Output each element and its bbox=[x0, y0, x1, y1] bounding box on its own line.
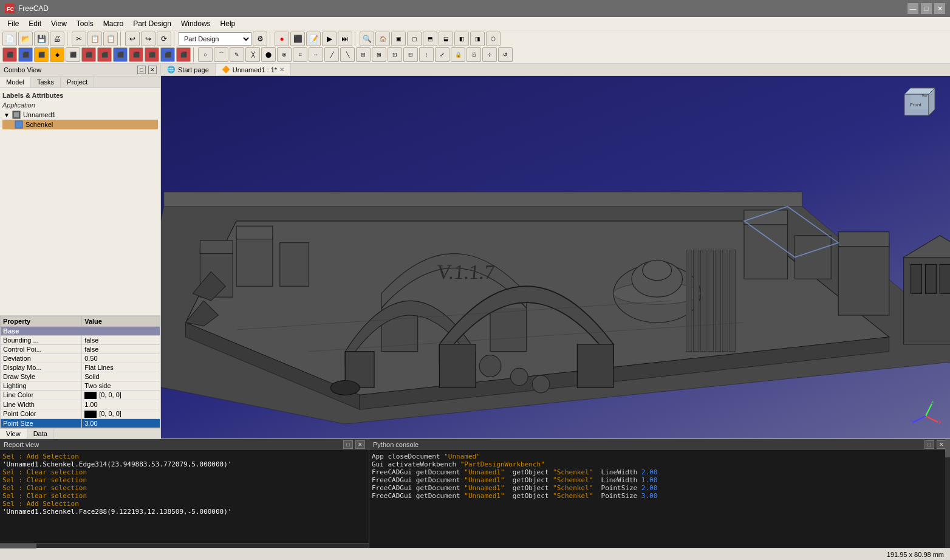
vd-tab-data[interactable]: Data bbox=[27, 429, 54, 439]
workbench-selector[interactable]: Part Design bbox=[179, 32, 251, 46]
tb-pd-9[interactable]: ⬛ bbox=[129, 47, 143, 62]
tb-sketch-2[interactable]: ⌒ bbox=[214, 47, 228, 62]
tb-sketch-15[interactable]: ↕ bbox=[419, 47, 434, 62]
prop-row-display-mode[interactable]: Display Mo... Flat Lines bbox=[1, 363, 160, 372]
vp-tab-unnamed1[interactable]: 🔶 Unnamed1 : 1* ✕ bbox=[216, 64, 291, 75]
combo-tab-model[interactable]: Model bbox=[0, 77, 31, 87]
tb-sketch-3[interactable]: ✎ bbox=[230, 47, 244, 62]
tb-sketch-1[interactable]: ○ bbox=[198, 47, 213, 62]
tb-pd-12[interactable]: ⬛ bbox=[176, 47, 191, 62]
menu-edit[interactable]: Edit bbox=[24, 18, 46, 29]
tb-zoom-fit[interactable]: 🔍 bbox=[360, 32, 374, 46]
combo-close-btn[interactable]: ✕ bbox=[148, 66, 157, 74]
tb-view-iso[interactable]: ⬡ bbox=[486, 32, 501, 46]
properties-scroll[interactable]: Property Value Base Bounding ... false bbox=[0, 316, 160, 428]
tb-view-bottom[interactable]: ⬓ bbox=[439, 32, 453, 46]
tb-stop-macro[interactable]: ⬛ bbox=[290, 32, 305, 46]
tb-pd-4[interactable]: ◆ bbox=[50, 47, 64, 62]
menu-part-design[interactable]: Part Design bbox=[128, 18, 176, 29]
tb-open[interactable]: 📂 bbox=[18, 32, 33, 46]
tree-item-schenkel[interactable]: Schenkel bbox=[2, 120, 158, 129]
tb-pd-10[interactable]: ⬛ bbox=[145, 47, 159, 62]
combo-detach-btn[interactable]: □ bbox=[137, 66, 146, 74]
menu-view[interactable]: View bbox=[46, 18, 72, 29]
tb-pd-11[interactable]: ⬛ bbox=[160, 47, 175, 62]
unnamed1-tab-close[interactable]: ✕ bbox=[279, 66, 284, 73]
vp-tab-start[interactable]: 🌐 Start page bbox=[161, 64, 216, 75]
tb-sketch-5[interactable]: ⬤ bbox=[261, 47, 276, 62]
prop-row-control-poi[interactable]: Control Poi... false bbox=[1, 344, 160, 353]
tb-workbench-btn[interactable]: ⚙ bbox=[253, 32, 267, 46]
tb-record-macro[interactable]: ● bbox=[275, 32, 289, 46]
prop-row-bounding[interactable]: Bounding ... false bbox=[1, 335, 160, 344]
tb-run-macro[interactable]: ▶ bbox=[322, 32, 337, 46]
vd-tab-view[interactable]: View bbox=[0, 429, 27, 439]
combo-tab-tasks[interactable]: Tasks bbox=[31, 77, 61, 87]
tb-sketch-13[interactable]: ⊡ bbox=[388, 47, 402, 62]
tb-sketch-10[interactable]: ╲ bbox=[340, 47, 355, 62]
report-content[interactable]: Sel : Add Selection 'Unnamed1.Schenkel.E… bbox=[0, 450, 369, 543]
python-content[interactable]: App closeDocument "Unnamed" Gui activate… bbox=[369, 450, 950, 548]
tb-new[interactable]: 📄 bbox=[2, 32, 17, 46]
tb-view-left[interactable]: ◧ bbox=[454, 32, 469, 46]
prop-row-draw-style[interactable]: Draw Style Solid bbox=[1, 372, 160, 381]
tb-pd-7[interactable]: ⬛ bbox=[97, 47, 112, 62]
tb-redo[interactable]: ↪ bbox=[141, 32, 155, 46]
tb-refresh[interactable]: ⟳ bbox=[157, 32, 171, 46]
tb-pd-5[interactable]: ⬛ bbox=[66, 47, 80, 62]
tb-print[interactable]: 🖨 bbox=[50, 32, 64, 46]
tree-item-unnamed1[interactable]: ▼ Unnamed1 bbox=[2, 110, 158, 120]
tb-sketch-4[interactable]: ╳ bbox=[245, 47, 260, 62]
minimize-button[interactable]: — bbox=[907, 3, 918, 14]
tb-sketch-18[interactable]: ⌼ bbox=[466, 47, 481, 62]
prop-row-line-color[interactable]: Line Color [0, 0, 0] bbox=[1, 390, 160, 400]
tb-pd-1[interactable]: ⬛ bbox=[2, 47, 17, 62]
tb-cut[interactable]: ✂ bbox=[72, 32, 86, 46]
tb-sketch-16[interactable]: ⤢ bbox=[435, 47, 449, 62]
tb-sketch-7[interactable]: ⌗ bbox=[293, 47, 307, 62]
tb-view-right[interactable]: ◨ bbox=[470, 32, 485, 46]
tb-sketch-8[interactable]: ↔ bbox=[309, 47, 323, 62]
tb-save[interactable]: 💾 bbox=[34, 32, 49, 46]
tb-undo[interactable]: ↩ bbox=[125, 32, 140, 46]
report-close-btn[interactable]: ✕ bbox=[355, 440, 365, 449]
python-scrollbar-thumb-v[interactable] bbox=[945, 439, 950, 457]
tb-sketch-12[interactable]: ⊠ bbox=[372, 47, 386, 62]
view-cube[interactable]: Front Top bbox=[895, 82, 944, 132]
tb-paste[interactable]: 📋 bbox=[103, 32, 118, 46]
tb-sketch-17[interactable]: 🔒 bbox=[451, 47, 465, 62]
tb-view-top[interactable]: ⬒ bbox=[423, 32, 437, 46]
python-scrollbar-v[interactable] bbox=[945, 439, 950, 548]
menu-help[interactable]: Help bbox=[216, 18, 241, 29]
tb-pd-2[interactable]: ⬛ bbox=[18, 47, 33, 62]
tb-sketch-11[interactable]: ⊞ bbox=[356, 47, 371, 62]
tb-step-macro[interactable]: ⏭ bbox=[338, 32, 352, 46]
tb-pd-3[interactable]: ⬛ bbox=[34, 47, 49, 62]
tb-sketch-14[interactable]: ⊟ bbox=[403, 47, 418, 62]
menu-macro[interactable]: Macro bbox=[98, 18, 128, 29]
maximize-button[interactable]: □ bbox=[921, 3, 932, 14]
tb-view-home[interactable]: 🏠 bbox=[375, 32, 390, 46]
3d-viewport[interactable]: V.1.1.7 bbox=[161, 76, 950, 439]
report-scrollbar-h[interactable] bbox=[0, 543, 369, 548]
tb-pd-8[interactable]: ⬛ bbox=[113, 47, 128, 62]
tb-pd-6[interactable]: ⬛ bbox=[81, 47, 96, 62]
tb-macro-editor[interactable]: 📝 bbox=[306, 32, 321, 46]
tb-view-back[interactable]: ▢ bbox=[407, 32, 422, 46]
menu-file[interactable]: File bbox=[2, 18, 24, 29]
combo-tab-project[interactable]: Project bbox=[61, 77, 94, 87]
report-scrollbar-thumb-h[interactable] bbox=[0, 544, 36, 548]
prop-row-deviation[interactable]: Deviation 0.50 bbox=[1, 353, 160, 363]
menu-tools[interactable]: Tools bbox=[72, 18, 98, 29]
menu-windows[interactable]: Windows bbox=[176, 18, 216, 29]
report-detach-btn[interactable]: □ bbox=[343, 440, 353, 449]
tb-sketch-6[interactable]: ⊗ bbox=[277, 47, 292, 62]
prop-row-line-width[interactable]: Line Width 1.00 bbox=[1, 400, 160, 409]
tb-sketch-20[interactable]: ↺ bbox=[498, 47, 513, 62]
close-button[interactable]: ✕ bbox=[934, 3, 945, 14]
tb-sketch-9[interactable]: ╱ bbox=[324, 47, 339, 62]
tb-sketch-19[interactable]: ⊹ bbox=[482, 47, 497, 62]
tb-copy[interactable]: 📋 bbox=[87, 32, 102, 46]
python-detach-btn[interactable]: □ bbox=[924, 440, 934, 449]
tb-view-front[interactable]: ▣ bbox=[391, 32, 406, 46]
